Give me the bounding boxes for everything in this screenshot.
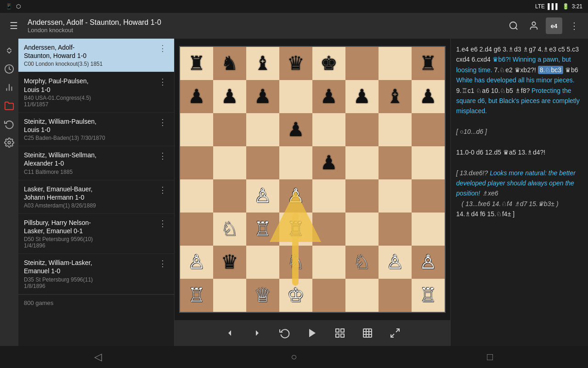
game-item[interactable]: Lasker, Emanuel-Bauer,Johann Hermann 1-0… — [18, 180, 174, 214]
board-cell[interactable]: ♝ — [379, 80, 412, 113]
board-cell[interactable]: ♘ — [279, 246, 312, 279]
handshake-icon[interactable] — [1, 42, 17, 59]
board-cell[interactable]: ♟ — [246, 80, 279, 113]
board-cell[interactable]: ♙ — [412, 246, 445, 279]
board-cell[interactable]: ♟ — [312, 80, 345, 113]
board-cell[interactable]: ♖ — [246, 213, 279, 246]
board-cell[interactable] — [246, 113, 279, 146]
board-cell[interactable] — [312, 213, 345, 246]
board-cell[interactable] — [213, 279, 246, 312]
board-cell[interactable] — [379, 47, 412, 80]
board-cell[interactable] — [180, 113, 213, 146]
game-item[interactable]: Steinitz, William-Sellman,Alexander 1-0 … — [18, 146, 174, 180]
more-options-button[interactable]: ⋮ — [157, 218, 169, 229]
board-cell[interactable]: ♖ — [180, 279, 213, 312]
board-cell[interactable]: ♟ — [412, 80, 445, 113]
board-cell[interactable] — [180, 146, 213, 179]
board-cell[interactable] — [213, 113, 246, 146]
board-cell[interactable]: ♙ — [279, 179, 312, 213]
folder-icon[interactable] — [1, 98, 17, 114]
board-cell[interactable]: ♙ — [379, 246, 412, 279]
clock-icon[interactable] — [1, 61, 17, 77]
home-button[interactable]: ○ — [280, 348, 308, 366]
board-cell[interactable]: ♘ — [345, 246, 379, 279]
board-cell[interactable] — [312, 113, 345, 146]
settings-icon[interactable] — [1, 134, 17, 151]
board-cell[interactable]: ♟ — [345, 80, 379, 113]
board-cell[interactable] — [379, 146, 412, 179]
board-cell[interactable] — [312, 179, 345, 213]
more-button[interactable]: ⋮ — [566, 17, 582, 34]
board-cell[interactable] — [180, 213, 213, 246]
board-cell[interactable]: ♜ — [412, 47, 445, 80]
notation-panel[interactable]: 1.e4 e6 2.d4 g6 3.♗d3 ♗g7 4.♗e3 c5 5.c3 … — [450, 39, 588, 346]
prev-button[interactable] — [220, 324, 239, 342]
board-cell[interactable]: ♜ — [180, 47, 213, 80]
more-options-button[interactable]: ⋮ — [157, 259, 169, 269]
board-cell[interactable] — [345, 279, 379, 312]
board-cell[interactable] — [279, 80, 312, 113]
board-cell[interactable]: ♟ — [213, 80, 246, 113]
board-cell[interactable] — [412, 113, 445, 146]
game-item[interactable]: Morphy, Paul-Paulsen,Louis 1-0 B40 USA-0… — [18, 72, 174, 112]
fullscreen-button[interactable] — [386, 324, 404, 342]
flip-button[interactable] — [276, 324, 294, 342]
board-view-button[interactable] — [331, 324, 349, 342]
board-cell[interactable] — [345, 113, 379, 146]
board-cell[interactable]: ♖ — [279, 213, 312, 246]
board-cell[interactable] — [379, 213, 412, 246]
back-button[interactable]: ◁ — [84, 348, 112, 366]
next-button[interactable] — [248, 324, 266, 342]
board-cell[interactable] — [412, 146, 445, 179]
board-cell[interactable]: ♖ — [412, 279, 445, 312]
board-cell[interactable]: ♛ — [279, 47, 312, 80]
board-cell[interactable]: ♘ — [213, 213, 246, 246]
board-cell[interactable]: ♟ — [180, 80, 213, 113]
board-cell[interactable] — [379, 279, 412, 312]
chart-icon[interactable] — [1, 79, 17, 96]
board-cell[interactable] — [312, 279, 345, 312]
play-button[interactable] — [303, 324, 322, 342]
board-cell[interactable] — [412, 179, 445, 213]
board-cell[interactable] — [379, 113, 412, 146]
menu-button[interactable]: ☰ — [6, 17, 22, 34]
board-cell[interactable]: ♝ — [246, 47, 279, 80]
board-cell[interactable] — [379, 179, 412, 213]
search-button[interactable] — [505, 17, 522, 34]
board-cell[interactable]: ♟ — [279, 113, 312, 146]
game-item[interactable]: Steinitz, William-Lasker,Emanuel 1-0 D35… — [18, 254, 174, 294]
board-cell[interactable] — [180, 179, 213, 213]
board-cell[interactable] — [412, 213, 445, 246]
game-item[interactable]: Anderssen, Adolf-Staunton, Howard 1-0 C0… — [18, 39, 174, 72]
board-cell[interactable]: ♔ — [279, 279, 312, 312]
board-cell[interactable]: ♙ — [180, 246, 213, 279]
game-item[interactable]: Pillsbury, Harry Nelson-Lasker, Emanuel … — [18, 214, 174, 254]
board-cell[interactable] — [345, 213, 379, 246]
recent-button[interactable]: □ — [476, 348, 504, 366]
board-cell[interactable]: ♕ — [246, 279, 279, 312]
more-options-button[interactable]: ⋮ — [157, 43, 169, 53]
board-cell[interactable]: ♚ — [312, 47, 345, 80]
board-cell[interactable]: ♟ — [312, 146, 345, 179]
more-options-button[interactable]: ⋮ — [157, 117, 169, 127]
board-cell[interactable] — [312, 246, 345, 279]
board-cell[interactable] — [213, 179, 246, 213]
board-cell[interactable]: ♙ — [246, 179, 279, 213]
board-cell[interactable] — [345, 47, 379, 80]
board-cell[interactable] — [213, 146, 246, 179]
board-cell[interactable] — [246, 146, 279, 179]
board-cell[interactable]: ♛ — [213, 246, 246, 279]
board-cell[interactable] — [345, 146, 379, 179]
game-item[interactable]: Steinitz, William-Paulsen,Louis 1-0 C25 … — [18, 113, 174, 146]
analysis-button[interactable] — [358, 324, 377, 342]
board-cell[interactable] — [246, 246, 279, 279]
board-cell[interactable] — [279, 146, 312, 179]
e4-button[interactable]: e4 — [546, 17, 562, 34]
history-icon[interactable] — [1, 116, 17, 132]
board-cell[interactable] — [345, 179, 379, 213]
more-options-button[interactable]: ⋮ — [157, 185, 169, 195]
board-cell[interactable]: ♞ — [213, 47, 246, 80]
more-options-button[interactable]: ⋮ — [157, 77, 169, 87]
person-button[interactable] — [526, 17, 542, 34]
more-options-button[interactable]: ⋮ — [157, 151, 169, 161]
